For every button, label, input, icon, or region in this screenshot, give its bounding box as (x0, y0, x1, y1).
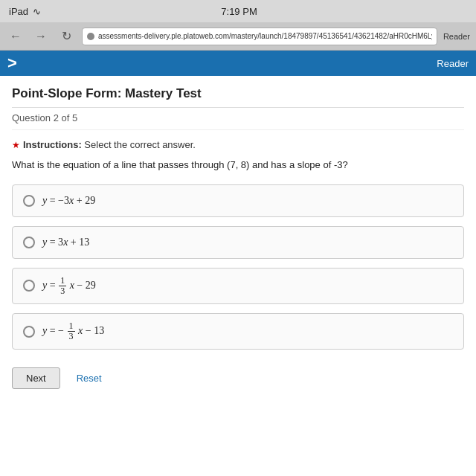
answer-option-c[interactable]: y = 1 3 x − 29 (12, 268, 464, 304)
browser-toolbar: ← → ↻ assessments-delivery.ple.platoweb.… (0, 22, 476, 51)
device-label: iPad (9, 6, 28, 17)
test-title: Point-Slope Form: Mastery Test (12, 86, 464, 108)
answer-option-b[interactable]: y = 3x + 13 (12, 226, 464, 259)
question-text: What is the equation of a line that pass… (12, 158, 464, 173)
answer-option-a[interactable]: y = −3x + 29 (12, 184, 464, 217)
refresh-button[interactable]: ↻ (57, 27, 76, 46)
back-button[interactable]: ← (6, 27, 25, 46)
answer-b-text: y = 3x + 13 (42, 237, 89, 248)
instructions-block: ★ Instructions: Select the correct answe… (12, 139, 464, 150)
url-text: assessments-delivery.ple.platoweb.com/ma… (98, 32, 432, 40)
clock: 7:19 PM (221, 6, 257, 17)
reader-button[interactable]: Reader (443, 32, 470, 41)
radio-c[interactable] (23, 280, 35, 292)
reader-nav-label[interactable]: Reader (437, 58, 469, 69)
reset-button[interactable]: Reset (69, 368, 109, 388)
answer-c-text: y = 1 3 x − 29 (42, 276, 96, 296)
question-number: Question 2 of 5 (12, 112, 464, 130)
radio-a[interactable] (23, 195, 35, 207)
status-left: iPad ∿ (9, 6, 41, 17)
radio-d[interactable] (23, 326, 35, 338)
answer-option-d[interactable]: y = − 1 3 x − 13 (12, 313, 464, 350)
content-area: Point-Slope Form: Mastery Test Question … (0, 76, 476, 476)
blue-nav-bar: > Reader (0, 51, 476, 76)
star-icon: ★ (12, 140, 20, 150)
security-dot (87, 33, 94, 40)
answer-a-text: y = −3x + 29 (42, 195, 95, 207)
answer-d-text: y = − 1 3 x − 13 (42, 321, 104, 341)
button-row: Next Reset (12, 367, 464, 389)
next-button[interactable]: Next (12, 367, 60, 389)
device-frame: iPad ∿ 7:19 PM ← → ↻ assessments-deliver… (0, 0, 476, 476)
address-bar[interactable]: assessments-delivery.ple.platoweb.com/ma… (82, 28, 437, 45)
radio-b[interactable] (23, 237, 35, 248)
chevron-right-icon[interactable]: > (7, 55, 17, 71)
forward-button[interactable]: → (31, 27, 51, 46)
instructions-text: Select the correct answer. (84, 139, 196, 150)
answer-options: y = −3x + 29 y = 3x + 13 y = 1 3 (12, 184, 464, 350)
instructions-label: Instructions: (23, 139, 82, 150)
status-bar: iPad ∿ 7:19 PM (0, 0, 476, 22)
wifi-icon: ∿ (33, 6, 41, 17)
